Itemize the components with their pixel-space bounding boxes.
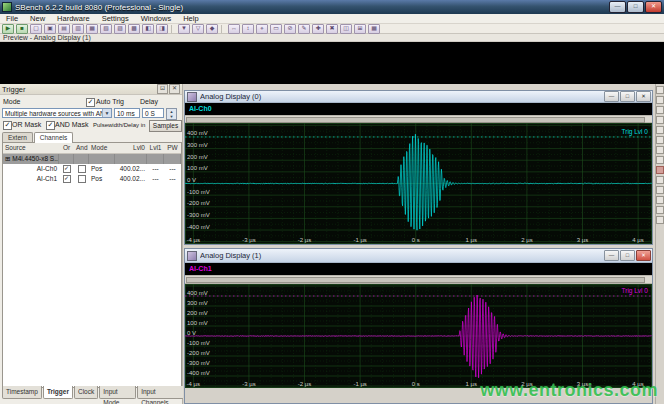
add-display-icon[interactable]: ✚ <box>312 24 324 34</box>
checkbox-icon[interactable]: ✓ <box>63 175 71 183</box>
select-tool-icon[interactable]: ▭ <box>270 24 282 34</box>
clock-setup-icon[interactable]: ▨ <box>114 24 126 34</box>
export-data-icon[interactable]: ◆ <box>206 24 218 34</box>
trigger-mode-select[interactable]: Multiple hardware sources with AND/OR ▼ <box>2 108 112 118</box>
side-tool-icon[interactable] <box>656 146 664 154</box>
side-tool-icon[interactable] <box>656 166 664 174</box>
zoom-tool-icon[interactable]: ↕ <box>242 24 254 34</box>
menu-settings[interactable]: Settings <box>96 14 135 23</box>
tab-input-mode[interactable]: Input Mode <box>99 386 136 399</box>
minimize-icon[interactable]: — <box>604 250 619 261</box>
column-header-lvl1[interactable]: Lvl1 <box>147 143 164 153</box>
menu-hardware[interactable]: Hardware <box>51 14 96 23</box>
side-tool-icon[interactable] <box>656 196 664 204</box>
column-header-lvl0[interactable]: Lvl0 <box>115 143 147 153</box>
and-mask-checkbox[interactable]: ✓ <box>46 121 55 130</box>
trig-time-field[interactable]: 10 ms <box>114 108 140 118</box>
maximize-icon[interactable]: □ <box>620 250 635 261</box>
tab-input-channels[interactable]: Input Channels <box>137 386 184 399</box>
side-tool-icon[interactable] <box>656 126 664 134</box>
maximize-icon[interactable]: □ <box>620 91 635 102</box>
pw-cell[interactable]: --- <box>164 174 181 184</box>
table-row[interactable]: AI-Ch0✓Pos400.02...------ <box>3 164 181 174</box>
waveform-chart-ch0[interactable]: 400 mV300 mV200 mV100 mV0 V-100 mV-200 m… <box>185 123 652 244</box>
calculation-icon[interactable]: ◧ <box>142 24 154 34</box>
trigger-setup-icon[interactable]: ▩ <box>128 24 140 34</box>
column-header-and[interactable]: And <box>74 143 89 153</box>
menu-windows[interactable]: Windows <box>135 14 177 23</box>
preview-pane[interactable] <box>0 42 664 84</box>
side-tool-icon[interactable] <box>656 86 664 94</box>
column-header-pw[interactable]: PW <box>164 143 181 153</box>
side-tool-icon[interactable] <box>656 136 664 144</box>
and-checkbox[interactable] <box>74 164 89 174</box>
or-mask-checkbox[interactable]: ✓ <box>3 121 12 130</box>
card-settings-icon[interactable]: ▥ <box>72 24 84 34</box>
channel-label-ai-ch1[interactable]: AI-Ch1 <box>189 265 212 272</box>
and-checkbox[interactable] <box>74 174 89 184</box>
menu-help[interactable]: Help <box>177 14 204 23</box>
column-header-or[interactable]: Or <box>59 143 74 153</box>
samples-button[interactable]: Samples <box>149 120 182 132</box>
column-header-source[interactable]: Source <box>3 143 59 153</box>
minimize-button[interactable]: — <box>609 1 626 13</box>
side-tool-icon[interactable] <box>656 186 664 194</box>
table-row[interactable]: AI-Ch1✓Pos400.02...------ <box>3 174 181 184</box>
input-setup-icon[interactable]: ▦ <box>86 24 98 34</box>
tab-trigger[interactable]: Trigger <box>43 386 73 399</box>
h-scrollbar-0[interactable] <box>185 115 652 123</box>
table-group-row[interactable]: ⊞ M4i.4450-x8 S... <box>3 154 181 164</box>
save-display-icon[interactable]: ▽ <box>192 24 204 34</box>
analog-display-0-titlebar[interactable]: Analog Display (0) — □ ✕ <box>185 91 652 103</box>
close-display-icon[interactable]: ✖ <box>326 24 338 34</box>
side-tool-icon[interactable] <box>656 206 664 214</box>
draw-tool-icon[interactable]: ✎ <box>298 24 310 34</box>
side-tool-icon[interactable] <box>656 176 664 184</box>
filter-icon[interactable]: ◨ <box>156 24 168 34</box>
mode-cell[interactable]: Pos <box>89 174 115 184</box>
lvl1-cell[interactable]: --- <box>147 174 164 184</box>
tab-timestamp[interactable]: Timestamp <box>2 386 42 399</box>
close-icon[interactable]: ✕ <box>636 250 651 261</box>
checkbox-icon[interactable] <box>78 175 86 183</box>
close-icon[interactable]: ✕ <box>636 91 651 102</box>
grid-view-icon[interactable]: ▦ <box>368 24 380 34</box>
h-scrollbar-1[interactable] <box>185 275 652 284</box>
column-header-mode[interactable]: Mode <box>89 143 115 153</box>
lvl1-cell[interactable]: --- <box>147 164 164 174</box>
stop-acquisition-icon[interactable]: ■ <box>16 24 28 34</box>
output-setup-icon[interactable]: ▧ <box>100 24 112 34</box>
side-tool-icon[interactable] <box>656 216 664 224</box>
lvl0-cell[interactable]: 400.02... <box>115 174 147 184</box>
auto-trig-checkbox[interactable]: ✓ <box>86 98 95 107</box>
start-acquisition-icon[interactable]: ▶ <box>2 24 14 34</box>
side-tool-icon[interactable] <box>656 106 664 114</box>
pause-acquisition-icon[interactable]: ▣ <box>44 24 56 34</box>
channel-label-ai-ch0[interactable]: AI-Ch0 <box>189 105 212 112</box>
or-checkbox[interactable]: ✓ <box>59 174 74 184</box>
tile-windows-icon[interactable]: ◫ <box>340 24 352 34</box>
chevron-down-icon[interactable]: ▼ <box>102 109 111 117</box>
erase-tool-icon[interactable]: ⊘ <box>284 24 296 34</box>
move-tool-icon[interactable]: ↔ <box>228 24 240 34</box>
cursor-tool-icon[interactable]: ⌖ <box>256 24 268 34</box>
scroll-thumb[interactable] <box>186 277 645 283</box>
delay-spinner[interactable]: ▲▼ <box>166 108 177 120</box>
plot-area-0[interactable]: 400 mV300 mV200 mV100 mV0 V-100 mV-200 m… <box>185 123 652 244</box>
side-tool-icon[interactable] <box>656 96 664 104</box>
checkbox-icon[interactable] <box>78 165 86 173</box>
mode-cell[interactable]: Pos <box>89 164 115 174</box>
menu-new[interactable]: New <box>24 14 51 23</box>
cascade-windows-icon[interactable]: ⊞ <box>354 24 366 34</box>
tab-channels[interactable]: Channels <box>34 132 73 143</box>
or-checkbox[interactable]: ✓ <box>59 164 74 174</box>
float-panel-icon[interactable]: ⊡ <box>157 84 168 94</box>
menu-file[interactable]: File <box>0 14 24 23</box>
save-data-icon[interactable]: ▼ <box>178 24 190 34</box>
card-info-icon[interactable]: ▤ <box>58 24 70 34</box>
close-panel-icon[interactable]: ✕ <box>169 84 180 94</box>
plot-area-1[interactable]: 400 mV300 mV200 mV100 mV0 V-100 mV-200 m… <box>185 284 652 388</box>
side-tool-icon[interactable] <box>656 116 664 124</box>
waveform-chart-ch1[interactable]: 400 mV300 mV200 mV100 mV0 V-100 mV-200 m… <box>185 284 652 388</box>
delay-field[interactable]: 0 S <box>142 108 164 118</box>
